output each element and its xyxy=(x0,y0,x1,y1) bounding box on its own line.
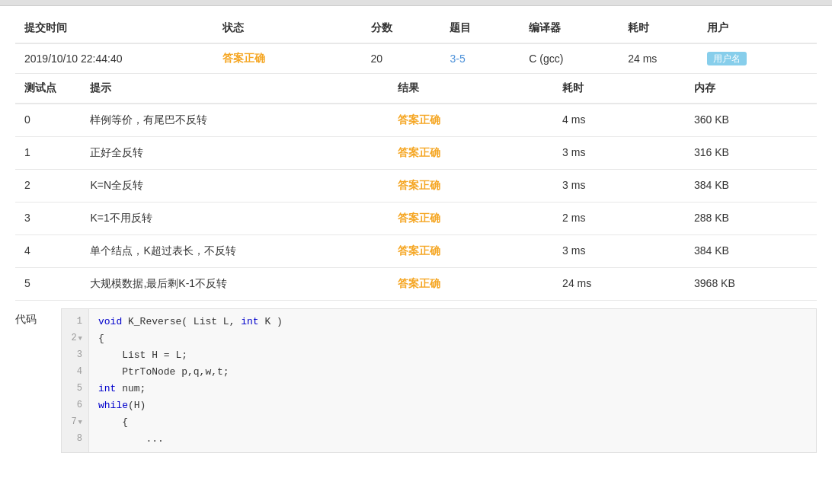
status-correct-label: 答案正确 xyxy=(222,52,265,64)
tc-col-header-hint: 提示 xyxy=(81,74,389,104)
col-header-time: 提交时间 xyxy=(15,14,213,43)
problem-link[interactable]: 3-5 xyxy=(450,53,465,65)
col-header-duration: 耗时 xyxy=(619,14,698,43)
submission-header-row: 提交时间 状态 分数 题目 编译器 耗时 用户 xyxy=(15,14,817,43)
tc-time: 3 ms xyxy=(553,235,685,268)
submission-user: 用户名 xyxy=(698,43,817,74)
tc-time: 4 ms xyxy=(553,104,685,137)
code-line: void K_Reverse( List L, int K ) xyxy=(98,314,283,330)
top-bar xyxy=(0,0,832,6)
code-line: { xyxy=(98,414,283,431)
user-tag: 用户名 xyxy=(707,52,747,65)
tc-id: 0 xyxy=(15,104,81,137)
tc-col-header-mem: 内存 xyxy=(685,74,817,104)
line-number: 1 xyxy=(68,314,82,330)
testcase-row: 0样例等价，有尾巴不反转答案正确4 ms360 KB xyxy=(15,104,817,137)
line-number: 4 xyxy=(68,364,82,381)
submission-table: 提交时间 状态 分数 题目 编译器 耗时 用户 2019/10/10 22:44… xyxy=(15,14,817,74)
code-block: 12345678 void K_Reverse( List L, int K )… xyxy=(61,308,817,453)
code-line: while(H) xyxy=(98,397,283,414)
main-container: 提交时间 状态 分数 题目 编译器 耗时 用户 2019/10/10 22:44… xyxy=(0,6,832,468)
line-number: 8 xyxy=(68,431,82,448)
testcase-row: 2K=N全反转答案正确3 ms384 KB xyxy=(15,170,817,203)
submission-problem: 3-5 xyxy=(440,43,520,74)
tc-memory: 3968 KB xyxy=(685,268,817,301)
tc-id: 4 xyxy=(15,235,81,268)
tc-hint: 样例等价，有尾巴不反转 xyxy=(81,104,389,137)
submission-duration: 24 ms xyxy=(619,43,698,74)
col-header-compiler: 编译器 xyxy=(520,14,619,43)
line-number: 3 xyxy=(68,347,82,364)
line-number: 7 xyxy=(68,414,82,431)
col-header-status: 状态 xyxy=(213,14,362,43)
col-header-user: 用户 xyxy=(698,14,817,43)
tc-result: 答案正确 xyxy=(389,203,553,235)
code-line: ... xyxy=(98,431,283,448)
testcase-row: 5大规模数据,最后剩K-1不反转答案正确24 ms3968 KB xyxy=(15,268,817,301)
testcase-table: 测试点 提示 结果 耗时 内存 0样例等价，有尾巴不反转答案正确4 ms360 … xyxy=(15,74,817,301)
line-numbers: 12345678 xyxy=(62,309,89,452)
tc-memory: 288 KB xyxy=(685,203,817,235)
tc-col-header-result: 结果 xyxy=(389,74,553,104)
tc-hint: K=N全反转 xyxy=(81,170,389,203)
code-line: List H = L; xyxy=(98,347,283,364)
tc-result: 答案正确 xyxy=(389,104,553,137)
submission-time: 2019/10/10 22:44:40 xyxy=(15,43,213,74)
tc-time: 3 ms xyxy=(553,137,685,170)
tc-result: 答案正确 xyxy=(389,268,553,301)
submission-row: 2019/10/10 22:44:40 答案正确 20 3-5 C (gcc) … xyxy=(15,43,817,74)
tc-id: 1 xyxy=(15,137,81,170)
code-line: { xyxy=(98,330,283,347)
tc-memory: 360 KB xyxy=(685,104,817,137)
tc-result: 答案正确 xyxy=(389,235,553,268)
tc-result: 答案正确 xyxy=(389,137,553,170)
tc-hint: 单个结点，K超过表长，不反转 xyxy=(81,235,389,268)
submission-compiler: C (gcc) xyxy=(520,43,619,74)
tc-time: 24 ms xyxy=(553,268,685,301)
code-lines: 12345678 void K_Reverse( List L, int K )… xyxy=(62,309,816,452)
tc-col-header-time: 耗时 xyxy=(553,74,685,104)
testcase-row: 3K=1不用反转答案正确2 ms288 KB xyxy=(15,203,817,235)
col-header-score: 分数 xyxy=(362,14,441,43)
testcase-header-row: 测试点 提示 结果 耗时 内存 xyxy=(15,74,817,104)
code-label: 代码 xyxy=(15,308,61,327)
line-number: 5 xyxy=(68,381,82,397)
testcase-row: 4单个结点，K超过表长，不反转答案正确3 ms384 KB xyxy=(15,235,817,268)
tc-result: 答案正确 xyxy=(389,170,553,203)
col-header-problem: 题目 xyxy=(440,14,520,43)
line-number: 2 xyxy=(68,330,82,347)
tc-col-header-id: 测试点 xyxy=(15,74,81,104)
code-line: int num; xyxy=(98,381,283,397)
testcase-row: 1正好全反转答案正确3 ms316 KB xyxy=(15,137,817,170)
submission-score: 20 xyxy=(362,43,441,74)
tc-hint: 大规模数据,最后剩K-1不反转 xyxy=(81,268,389,301)
tc-id: 5 xyxy=(15,268,81,301)
testcase-section: 测试点 提示 结果 耗时 内存 0样例等价，有尾巴不反转答案正确4 ms360 … xyxy=(15,74,817,301)
tc-hint: K=1不用反转 xyxy=(81,203,389,235)
tc-memory: 316 KB xyxy=(685,137,817,170)
submission-status: 答案正确 xyxy=(213,43,362,74)
code-line: PtrToNode p,q,w,t; xyxy=(98,364,283,381)
code-section: 代码 12345678 void K_Reverse( List L, int … xyxy=(15,308,817,453)
tc-hint: 正好全反转 xyxy=(81,137,389,170)
code-content: void K_Reverse( List L, int K ){ List H … xyxy=(89,309,292,452)
tc-time: 2 ms xyxy=(553,203,685,235)
tc-id: 2 xyxy=(15,170,81,203)
tc-memory: 384 KB xyxy=(685,235,817,268)
tc-memory: 384 KB xyxy=(685,170,817,203)
line-number: 6 xyxy=(68,397,82,414)
tc-id: 3 xyxy=(15,203,81,235)
tc-time: 3 ms xyxy=(553,170,685,203)
